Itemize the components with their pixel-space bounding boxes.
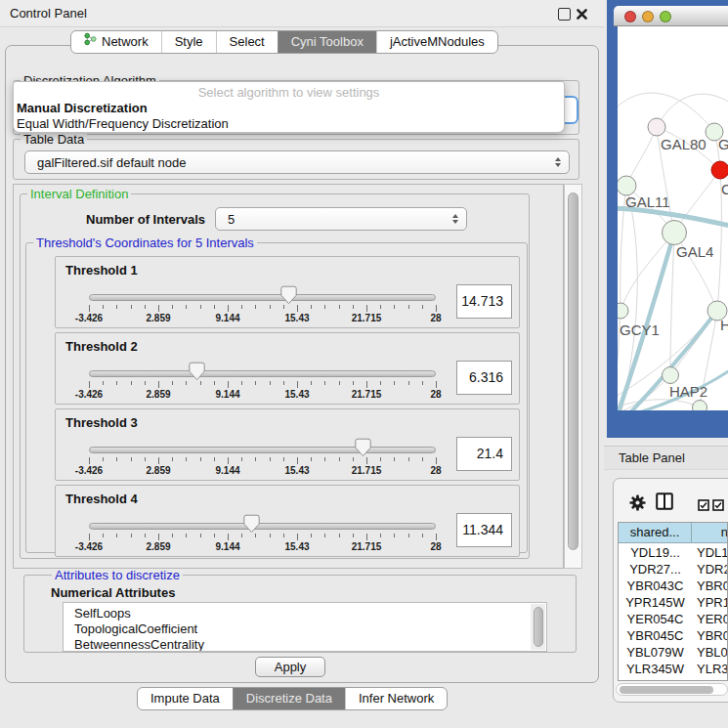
- attribute-item-selfloops[interactable]: SelfLoops: [64, 603, 546, 621]
- cell-name: YBL0: [692, 644, 728, 661]
- tick-label: -3.426: [75, 313, 103, 323]
- checkbox-checked-icon[interactable]: [698, 497, 709, 515]
- tick-mark: [131, 381, 132, 385]
- threshold-label: Threshold 3: [65, 415, 138, 430]
- network-node[interactable]: [663, 221, 687, 245]
- slider-handle[interactable]: [280, 285, 297, 305]
- zoom-traffic-light-icon[interactable]: [660, 11, 671, 22]
- checkbox-checked-icon[interactable]: [712, 497, 724, 515]
- network-node[interactable]: [648, 118, 665, 136]
- table-row[interactable]: YBR045CYBR0: [619, 627, 728, 644]
- tab-network[interactable]: Network: [71, 31, 161, 53]
- tick-mark: [366, 305, 367, 312]
- app-root: Control Panel NetworkStyleSelectCyni Too…: [0, 0, 728, 728]
- column-header-name[interactable]: na: [692, 523, 728, 543]
- numerical-attributes-list[interactable]: SelfLoopsTopologicalCoefficientBetweenne…: [63, 602, 547, 652]
- tick-mark: [283, 381, 284, 385]
- tab-style[interactable]: Style: [161, 31, 216, 53]
- slider-track[interactable]: [89, 447, 436, 453]
- threshold-panel-2: Threshold 2-3.4262.8599.14415.4321.71528…: [55, 332, 520, 405]
- gear-icon[interactable]: [629, 494, 646, 515]
- slider-handle[interactable]: [355, 438, 371, 457]
- network-canvas[interactable]: GAL80GACGAL11GAL4GCY1HHAP2: [618, 26, 728, 410]
- apply-button[interactable]: Apply: [255, 657, 325, 677]
- slider-handle[interactable]: [243, 514, 260, 534]
- table-horizontal-scrollbar-thumb[interactable]: [620, 686, 713, 694]
- threshold-value-field[interactable]: 14.713: [456, 284, 512, 319]
- tick-mark: [422, 534, 423, 537]
- network-node[interactable]: [693, 401, 707, 411]
- table-row[interactable]: YDL19...YDL1: [619, 544, 728, 561]
- table-row[interactable]: YIL052CYIL0: [619, 677, 728, 681]
- table-row[interactable]: YER054CYER0: [619, 611, 728, 627]
- threshold-value-field[interactable]: 11.344: [456, 513, 512, 547]
- network-node[interactable]: [618, 303, 628, 319]
- network-node[interactable]: [663, 367, 679, 384]
- network-node[interactable]: [618, 176, 636, 195]
- tick-mark: [324, 457, 325, 461]
- tab-impute-data[interactable]: Impute Data: [138, 688, 233, 709]
- slider-track[interactable]: [89, 294, 436, 301]
- node-table[interactable]: shared... na YDL19...YDL1YDR27...YDR2YBR…: [618, 522, 728, 681]
- node-label: GAL80: [661, 136, 707, 152]
- tick-mark: [200, 305, 201, 309]
- tick-mark: [436, 305, 437, 312]
- number-of-intervals-value: 5: [228, 208, 235, 232]
- tick-mark: [380, 381, 381, 385]
- attribute-item-topologicalcoefficient[interactable]: TopologicalCoefficient: [64, 621, 546, 637]
- tab-select[interactable]: Select: [216, 31, 278, 53]
- close-traffic-light-icon[interactable]: [624, 11, 636, 22]
- close-icon[interactable]: [576, 7, 588, 20]
- tab-infer-network[interactable]: Infer Network: [345, 688, 447, 709]
- tick-mark: [353, 457, 354, 461]
- threshold-panel-1: Threshold 1-3.4262.8599.14415.4321.71528…: [55, 256, 520, 328]
- slider-track[interactable]: [89, 523, 436, 530]
- slider-track[interactable]: [89, 370, 436, 377]
- network-window-titlebar[interactable]: [614, 6, 728, 26]
- tab-discretize-data[interactable]: Discretize Data: [233, 688, 345, 709]
- table-row[interactable]: YDR27...YDR2: [619, 561, 728, 578]
- algorithm-option-manual-discretization[interactable]: Manual Discretization: [17, 101, 148, 115]
- threshold-panel-4: Threshold 4-3.4262.8599.14415.4321.71528…: [55, 485, 520, 557]
- network-edge[interactable]: [657, 94, 728, 127]
- settings-scrollbar-thumb[interactable]: [568, 193, 578, 550]
- table-row[interactable]: YPR145WYPR1: [619, 594, 728, 611]
- cell-name: YDL1: [692, 544, 728, 561]
- tab-label: Infer Network: [359, 688, 434, 709]
- split-view-icon[interactable]: [656, 492, 673, 514]
- tick-mark: [145, 534, 146, 537]
- tick-mark: [339, 381, 340, 385]
- column-header-shared-name[interactable]: shared...: [619, 523, 692, 543]
- network-node[interactable]: [711, 161, 728, 179]
- table-row[interactable]: YLR345WYLR3: [619, 661, 728, 677]
- table-row[interactable]: YBR043CYBR0: [619, 578, 728, 594]
- attribute-item-betweennesscentrality[interactable]: BetweennessCentrality: [64, 637, 546, 652]
- tick-label: -3.426: [75, 541, 103, 552]
- tick-mark: [353, 534, 354, 537]
- attributes-list-scrollbar-thumb[interactable]: [534, 607, 543, 647]
- tick-label: 21.715: [352, 389, 382, 400]
- threshold-panel-3: Threshold 3-3.4262.8599.14415.4321.71528…: [55, 408, 520, 481]
- tick-label: 28: [430, 389, 441, 400]
- table-row[interactable]: YBL079WYBL0: [619, 644, 728, 661]
- network-edge[interactable]: [621, 233, 674, 311]
- network-edge[interactable]: [670, 233, 674, 375]
- number-of-intervals-combobox[interactable]: 5: [215, 207, 467, 231]
- tab-cyni-toolbox[interactable]: Cyni Toolbox: [278, 31, 376, 53]
- cell-shared-name: YBR043C: [619, 578, 692, 594]
- slider-handle[interactable]: [189, 362, 205, 381]
- threshold-value-field[interactable]: 6.316: [456, 361, 512, 395]
- float-icon[interactable]: [558, 8, 571, 21]
- network-graph[interactable]: GAL80GACGAL11GAL4GCY1HHAP2: [618, 26, 728, 410]
- table-horizontal-scrollbar[interactable]: [616, 683, 728, 696]
- attributes-list-scrollbar[interactable]: [531, 604, 545, 650]
- minimize-traffic-light-icon[interactable]: [642, 11, 654, 22]
- settings-scrollbar[interactable]: [564, 184, 582, 569]
- table-data-combobox[interactable]: galFiltered.sif default node: [24, 150, 570, 174]
- algorithm-option-equal-width-frequency-discretization[interactable]: Equal Width/Frequency Discretization: [17, 116, 229, 131]
- tick-mark: [283, 534, 284, 537]
- threshold-value-field[interactable]: 21.4: [456, 437, 512, 471]
- network-view-window[interactable]: GAL80GACGAL11GAL4GCY1HHAP2: [607, 0, 728, 438]
- tab-jactivemnodules[interactable]: jActiveMNodules: [376, 31, 497, 53]
- cell-name: YIL0: [692, 677, 728, 681]
